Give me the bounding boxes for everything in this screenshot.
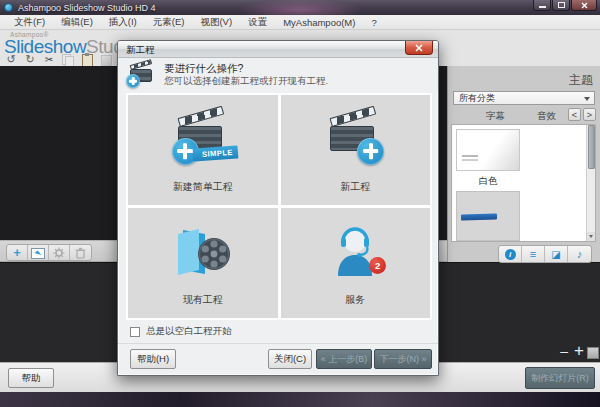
tab-next-button[interactable]: > xyxy=(583,108,596,121)
transition-button[interactable]: ◪ xyxy=(545,246,568,262)
list-view-button[interactable]: ≡ xyxy=(522,246,545,262)
app-icon xyxy=(4,3,13,12)
settings-button[interactable] xyxy=(49,245,70,260)
music-icon: ♪ xyxy=(577,248,583,260)
theme-panel: 主题 所有分类 字幕 音效 < > 白色 i ≡ ◪ ♪ xyxy=(447,66,600,262)
tile-new-project[interactable]: 新工程 xyxy=(281,95,431,205)
cut-icon[interactable]: ✂ xyxy=(42,53,56,66)
tile-existing-project[interactable]: 现有工程 xyxy=(128,208,278,318)
close-icon xyxy=(415,44,423,52)
menubar: 文件(F) 编辑(E) 插入(I) 元素(E) 视图(V) 设置 MyAsham… xyxy=(0,15,600,30)
maximize-button[interactable] xyxy=(552,0,570,11)
dialog-footer: 帮助(H) 关闭(C) « 上一步(B) 下一步(N) » xyxy=(118,343,438,377)
clapperboard-simple-icon: SIMPLE xyxy=(128,95,278,180)
checkbox-label[interactable]: 总是以空白工程开始 xyxy=(146,325,232,338)
tile-label: 现有工程 xyxy=(183,293,223,307)
tile-label: 新建简单工程 xyxy=(173,180,233,194)
undo-icon[interactable]: ↺ xyxy=(4,53,18,66)
support-agent-icon: 2 xyxy=(281,208,431,293)
make-slideshow-button[interactable]: 制作幻灯片(R) xyxy=(525,367,595,389)
theme-label: 白色 xyxy=(456,175,520,188)
object-toolbar-group: + xyxy=(6,244,92,261)
add-image-button[interactable] xyxy=(28,245,49,260)
info-icon: i xyxy=(505,249,516,260)
transition-icon: ◪ xyxy=(551,249,560,260)
category-dropdown[interactable]: 所有分类 xyxy=(453,91,595,105)
help-button[interactable]: 帮助 xyxy=(8,368,54,388)
dialog-subtitle: 您可以选择创建新工程或打开现有工程. xyxy=(164,75,328,88)
menu-file[interactable]: 文件(F) xyxy=(6,16,53,29)
tile-service[interactable]: 2 服务 xyxy=(281,208,431,318)
new-project-icon xyxy=(127,61,157,88)
scroll-down-button[interactable] xyxy=(587,232,596,241)
tile-new-simple-project[interactable]: SIMPLE 新建简单工程 xyxy=(128,95,278,205)
trash-icon xyxy=(75,247,86,259)
simple-badge: SIMPLE xyxy=(192,145,238,161)
menu-edit[interactable]: 编辑(E) xyxy=(53,16,101,29)
panel-icon-group: i ≡ ◪ ♪ xyxy=(498,245,592,263)
music-button[interactable]: ♪ xyxy=(568,246,591,262)
category-selected: 所有分类 xyxy=(459,92,495,105)
info-button[interactable]: i xyxy=(499,246,522,262)
menu-view[interactable]: 视图(V) xyxy=(192,16,240,29)
redo-icon[interactable]: ↻ xyxy=(23,53,37,66)
scrollbar-thumb[interactable] xyxy=(588,125,595,169)
gear-icon xyxy=(53,247,65,259)
close-icon xyxy=(581,2,588,9)
zoom-out-button[interactable]: – xyxy=(560,343,568,359)
plus-icon xyxy=(357,138,384,165)
blank-project-checkbox[interactable] xyxy=(130,327,140,337)
theme-list: 白色 xyxy=(451,124,596,242)
new-project-dialog: 新工程 要进行什么操作? 您可以选择创建新工程或打开现有工程. SIMPLE 新… xyxy=(117,40,439,376)
dialog-titlebar: 新工程 xyxy=(118,41,438,58)
panel-title: 主题 xyxy=(569,72,593,89)
zoom-in-button[interactable]: + xyxy=(574,341,584,361)
add-button[interactable]: + xyxy=(7,245,28,260)
dialog-title: 新工程 xyxy=(126,44,155,57)
dialog-close-action-button[interactable]: 关闭(C) xyxy=(268,349,312,369)
notification-badge: 2 xyxy=(369,257,386,274)
titlebar: Ashampoo Slideshow Studio HD 4 xyxy=(0,0,600,15)
theme-thumbnail-white[interactable] xyxy=(456,129,520,171)
clapperboard-icon xyxy=(281,95,431,180)
add-icon: + xyxy=(13,248,21,258)
previous-step-button[interactable]: « 上一步(B) xyxy=(316,349,372,369)
chevron-down-icon xyxy=(584,97,590,101)
tab-captions[interactable]: 字幕 xyxy=(486,110,505,123)
maximize-icon xyxy=(558,2,565,8)
list-scrollbar[interactable] xyxy=(586,125,595,241)
list-icon: ≡ xyxy=(530,248,536,260)
folder-reel-icon xyxy=(128,208,278,293)
format-icon[interactable] xyxy=(99,53,113,66)
timeline-zoom-controls: – + xyxy=(560,341,584,361)
dialog-help-button[interactable]: 帮助(H) xyxy=(130,349,176,369)
tile-label: 服务 xyxy=(345,293,365,307)
minimize-icon xyxy=(539,6,546,8)
theme-thumbnail-2[interactable] xyxy=(456,191,520,241)
blank-project-checkbox-row: 总是以空白工程开始 xyxy=(130,325,232,338)
dialog-question: 要进行什么操作? xyxy=(164,62,243,76)
menu-help[interactable]: ? xyxy=(363,17,384,28)
close-button[interactable] xyxy=(571,0,597,11)
resize-grip[interactable] xyxy=(587,347,599,359)
trash-button[interactable] xyxy=(70,245,91,260)
minimize-button[interactable] xyxy=(533,0,551,11)
dialog-close-button[interactable] xyxy=(405,41,433,55)
dialog-header: 要进行什么操作? 您可以选择创建新工程或打开现有工程. xyxy=(118,58,438,91)
tile-label: 新工程 xyxy=(340,180,370,194)
project-tiles: SIMPLE 新建简单工程 新工程 xyxy=(126,93,432,320)
window-frame-bottom xyxy=(0,392,600,407)
plus-icon xyxy=(126,74,140,88)
tab-sound[interactable]: 音效 xyxy=(537,110,556,123)
menu-elements[interactable]: 元素(E) xyxy=(145,16,193,29)
menu-myashampoo[interactable]: MyAshampoo(M) xyxy=(275,17,363,28)
paste-icon[interactable] xyxy=(80,53,94,66)
next-step-button[interactable]: 下一步(N) » xyxy=(374,349,432,369)
tab-prev-button[interactable]: < xyxy=(568,108,581,121)
menu-insert[interactable]: 插入(I) xyxy=(101,16,145,29)
menu-settings[interactable]: 设置 xyxy=(240,16,275,29)
copy-icon[interactable] xyxy=(61,53,75,66)
window-title: Ashampoo Slideshow Studio HD 4 xyxy=(18,3,156,13)
